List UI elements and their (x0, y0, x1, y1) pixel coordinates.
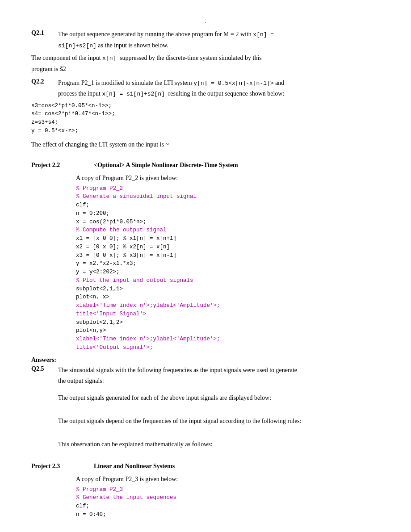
q22-text3: process the input (58, 90, 101, 97)
code-line-p22-17: subplot<2,1,2> (76, 318, 380, 327)
q21-xn-code: x[n] (102, 55, 120, 62)
q25-line4: The output signals depend on the frequen… (58, 416, 380, 426)
code-line-p22-5: x = cos(2*pi*0.05*n>; (76, 218, 380, 226)
q21-text1: The output sequence generated by running… (58, 31, 252, 38)
code-line-p23-1: % Program P2_3 (76, 486, 380, 494)
q21-label: Q2.1 (31, 29, 58, 51)
code-line-p23-3: clf; (76, 502, 380, 511)
q21-line2-code: s1[n]+s2[n] as the input is shown below. (58, 41, 380, 50)
project22-title-line: Project 2.2 <Optional> A Simple Nonlinea… (31, 154, 380, 173)
q25-label: Q2.5 (31, 365, 58, 450)
code-line-p22-2: % Generate a sinusoidal input signal (76, 193, 380, 201)
q22-code-line1: s3=cos<2*pi*0.05*<n-1>>; (31, 102, 380, 110)
q22-line2: process the input x[n] = s1[n]+s2[n] res… (58, 89, 380, 99)
q21-line3: The component of the input x[n] suppress… (31, 53, 380, 63)
project22-intro: A copy of Program P2_2 is given below: (76, 173, 380, 183)
q22-text2: and (275, 80, 284, 86)
q25-line3: The output signals generated for each of… (58, 393, 380, 402)
q22-block: Q2.2 Program P2_1 is modified to simulat… (31, 78, 380, 100)
project22-label: Project 2.2 (31, 162, 80, 169)
project23-title-line: Project 2.3 Linear and Nonlinear Systems (31, 455, 380, 474)
q21-content: The output sequence generated by running… (58, 29, 380, 51)
code-line-p22-14: plot<n, x> (76, 293, 380, 302)
q22-label: Q2.2 (31, 78, 58, 100)
q25-blank1 (58, 387, 380, 393)
q25-blank3 (58, 410, 380, 416)
q25-blank2 (58, 404, 380, 410)
q22-text4: resulting in the output sequence shown b… (168, 90, 285, 97)
code-line-p22-10: y = x2.*x2-x1.*x3; (76, 260, 380, 268)
q21-line4: program is s̄2 (31, 64, 380, 74)
q22-code-line4: y = 0.5*<x-z>; (31, 127, 380, 135)
q25-line1: The sinusoidal signals with the followin… (58, 365, 380, 375)
code-line-p22-18: plot<n,y> (76, 327, 380, 335)
code-line-p22-1: % Program P2_2 (76, 184, 380, 193)
q22-line1: Program P2_1 is modified to simulate the… (58, 78, 380, 88)
q22-text1: Program P2_1 is modified to simulate the… (58, 80, 192, 86)
code-line-p22-12: % Plot the input and output signals (76, 276, 380, 285)
q21-line1: The output sequence generated by running… (58, 29, 380, 39)
q21-block: Q2.1 The output sequence generated by ru… (31, 29, 380, 51)
code-line-p23-4: n = 0:40; (76, 511, 380, 519)
q22-code-line3: z=s3+s4; (31, 118, 380, 127)
project22-intro-area: A copy of Program P2_2 is given below: %… (31, 173, 380, 352)
q25-blank5 (58, 433, 380, 440)
q22-effect: The effect of changing the LTI system on… (31, 140, 380, 149)
q25-line5: This observation can be explained mathem… (58, 440, 380, 449)
q22-code-block: s3=cos<2*pi*0.05*<n-1>>; s4= cos<2*pi*0.… (31, 102, 380, 135)
code-line-p22-20: title<'Output signal'>; (76, 343, 380, 352)
q21-code1: x[n] = (253, 31, 274, 38)
project22-code: % Program P2_2 % Generate a sinusoidal i… (76, 184, 380, 352)
code-line-p22-3: clf; (76, 201, 380, 209)
page-dot: . (31, 18, 380, 25)
code-line-p22-9: x3 = [0 0 x]; % x3[n] = x[n-1] (76, 251, 380, 260)
project23-section: Project 2.3 Linear and Nonlinear Systems… (31, 455, 380, 519)
q25-content: The sinusoidal signals with the followin… (58, 365, 380, 450)
q21-suffix: suppressed by the discrete-time system s… (120, 54, 262, 61)
code-line-p22-13: subplot<2,1,1> (76, 285, 380, 293)
q25-blank4 (58, 427, 380, 433)
code-line-p22-8: x2 = [0 x 0]; % x2[n] = x[n] (76, 243, 380, 251)
code-line-p22-16: title<'Input Signal'> (76, 310, 380, 318)
code-line-p23-2: % Generate the input sequences (76, 494, 380, 502)
q25-line2: the output signals: (58, 376, 380, 385)
q22-content: Program P2_1 is modified to simulate the… (58, 78, 380, 100)
q21-section: Q2.1 The output sequence generated by ru… (31, 29, 380, 74)
q21-prefix: The component of the input (31, 54, 101, 61)
code-line-p22-11: y = y<2:202>; (76, 268, 380, 276)
project23-title: Linear and Nonlinear Systems (94, 463, 175, 470)
code-line-p22-15: xlabel<'Time index n'>;ylabel<'Amplitude… (76, 302, 380, 310)
project23-code: % Program P2_3 % Generate the input sequ… (76, 486, 380, 519)
q25-block: Q2.5 The sinusoidal signals with the fol… (31, 365, 380, 450)
q22-section: Q2.2 Program P2_1 is modified to simulat… (31, 78, 380, 149)
code-line-p22-19: xlabel<'Time index n'>;ylabel<'Amplitude… (76, 335, 380, 343)
q22-code2: x[n] = s1[n]+s2[n] (102, 91, 168, 97)
q21-text3: as the input is shown below. (98, 42, 168, 49)
project23-intro-area: A copy of Program P2_3 is given below: %… (31, 474, 380, 519)
project23-intro: A copy of Program P2_3 is given below: (76, 474, 380, 484)
code-line-p22-6: % Compute the output signal (76, 226, 380, 235)
code-line-p22-4: n = 0:200; (76, 209, 380, 218)
code-line-p22-7: x1 = [x 0 0]; % x1[n] = x[n+1] (76, 235, 380, 243)
answers-section: Answers: Q2.5 The sinusoidal signals wit… (31, 356, 380, 450)
q22-code-line2: s4= cos<2*pi*0.47*<n-1>>; (31, 110, 380, 118)
project22-title: <Optional> A Simple Nonlinear Discrete-T… (94, 162, 238, 169)
q21-code-s1s2: s1[n]+s2[n] (58, 42, 96, 49)
project23-label: Project 2.3 (31, 463, 80, 470)
q22-code1: y[n] = 0.5<x[n]-x[n-1]> (193, 80, 273, 87)
answers-label: Answers: (31, 356, 380, 364)
project22-section: Project 2.2 <Optional> A Simple Nonlinea… (31, 154, 380, 352)
